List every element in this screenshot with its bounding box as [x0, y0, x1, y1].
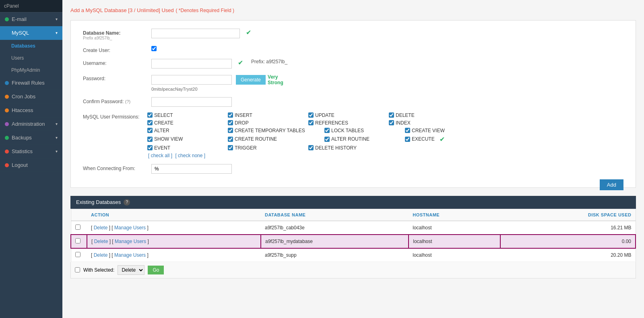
sidebar-item-label: E-mail: [12, 16, 27, 22]
perm-create-view-checkbox[interactable]: [405, 128, 410, 133]
chevron-down-icon: ▾: [56, 17, 58, 21]
perm-delete-checkbox[interactable]: [389, 112, 394, 118]
perm-row-3: ALTER CREATE TEMPORARY TABLES LOCK TABLE…: [147, 128, 623, 133]
sidebar-item-statistics[interactable]: Statistics ▾: [0, 145, 62, 158]
manage-link-0[interactable]: Manage Users: [114, 225, 146, 231]
sidebar-item-phpmyadmin[interactable]: PhpMyAdmin: [0, 64, 62, 76]
perm-alter-routine: ALTER ROUTINE: [324, 135, 405, 143]
row-hostname-2: localhost: [409, 248, 500, 262]
row-dbname-2: a9f257lb_supp: [261, 248, 409, 262]
row-hostname-0: localhost: [409, 221, 500, 235]
go-button[interactable]: Go: [148, 266, 164, 274]
check-all-link[interactable]: [ check all ]: [148, 153, 172, 158]
sidebar-item-administration[interactable]: Administration ▾: [0, 117, 62, 131]
sidebar-item-backups[interactable]: Backups ▾: [0, 131, 62, 145]
row-disk-2: 20.20 MB: [500, 248, 636, 262]
check-none-link[interactable]: [ check none ]: [175, 153, 205, 158]
section-title: Existing Databases: [76, 199, 121, 205]
perm-select-checkbox[interactable]: [147, 112, 153, 118]
perm-index-checkbox[interactable]: [389, 120, 394, 125]
perm-update: UPDATE: [308, 112, 389, 118]
row-checkbox-2[interactable]: [75, 252, 80, 257]
create-user-label: Create User:: [83, 46, 147, 53]
row-actions-1: [ Delete ] [ Manage Users ]: [87, 235, 261, 248]
perm-create-routine: CREATE ROUTINE: [228, 135, 324, 143]
perm-create-routine-checkbox[interactable]: [228, 137, 233, 142]
perm-alter-checkbox[interactable]: [147, 128, 153, 133]
sidebar-item-firewall[interactable]: Firewall Rules: [0, 76, 62, 90]
row-checkbox-1[interactable]: [75, 238, 80, 243]
th-hostname: HOSTNAME: [409, 209, 500, 221]
perm-insert: INSERT: [228, 112, 308, 118]
sidebar-item-label: Backups: [12, 135, 32, 141]
perm-create-view: CREATE VIEW: [405, 128, 485, 133]
perm-event-checkbox[interactable]: [147, 145, 153, 150]
email-dot: [5, 17, 9, 21]
section-header: Existing Databases ?: [70, 196, 636, 209]
sidebar-item-users[interactable]: Users: [0, 52, 62, 64]
sidebar-item-htaccess[interactable]: Htaccess: [0, 104, 62, 117]
chevron-down-icon: ▾: [56, 135, 58, 140]
perm-trigger-checkbox[interactable]: [228, 145, 233, 150]
perm-insert-checkbox[interactable]: [228, 112, 233, 118]
perm-create-checkbox[interactable]: [147, 120, 153, 125]
perm-alter-routine-checkbox[interactable]: [324, 137, 330, 142]
sidebar-item-label: Firewall Rules: [12, 80, 45, 86]
select-all-checkbox[interactable]: [75, 267, 80, 272]
password-label: Password:: [83, 74, 147, 81]
main-content: Add a MySQL Database [3 / Unlimited] Use…: [62, 0, 644, 318]
perm-references: REFERENCES: [308, 120, 389, 126]
permissions-label: MySQL User Permissions:: [83, 112, 147, 120]
create-user-row: Create User:: [83, 46, 623, 53]
add-button[interactable]: Add: [600, 179, 623, 190]
create-user-checkbox[interactable]: [151, 46, 157, 51]
help-icon[interactable]: ?: [124, 199, 130, 206]
perm-alter: ALTER: [147, 128, 228, 133]
manage-link-1[interactable]: Manage Users: [115, 239, 146, 244]
row-checkbox-0[interactable]: [75, 224, 80, 230]
delete-link-2[interactable]: Delete: [94, 252, 108, 258]
connecting-from-input[interactable]: [151, 164, 232, 174]
username-input[interactable]: [151, 59, 232, 69]
row-dbname-1: a9f257lb_mydatabase: [261, 235, 409, 248]
sidebar-item-label: MySQL: [12, 30, 29, 36]
sidebar-item-logout[interactable]: Logout: [0, 158, 62, 172]
bottom-actions: With Selected: Delete Go: [70, 262, 636, 279]
row-hostname-1: localhost: [409, 235, 500, 248]
with-selected-select[interactable]: Delete: [118, 265, 144, 275]
table-row: [ Delete ] [ Manage Users ] a9f257lb_myd…: [71, 235, 636, 248]
perm-create-temp-checkbox[interactable]: [228, 128, 233, 133]
perm-lock-tables-checkbox[interactable]: [324, 128, 330, 133]
sidebar-item-email[interactable]: E-mail ▾: [0, 12, 62, 26]
perm-execute-checkbox[interactable]: [405, 137, 410, 142]
sidebar-item-cron[interactable]: Cron Jobs: [0, 90, 62, 104]
perm-references-checkbox[interactable]: [308, 120, 314, 125]
row-disk-0: 16.21 MB: [500, 221, 636, 235]
perm-execute: EXECUTE ✔: [405, 135, 485, 143]
chevron-down-icon: ▾: [56, 31, 58, 35]
sidebar-item-databases[interactable]: Databases: [0, 40, 62, 52]
confirm-password-input[interactable]: [151, 97, 232, 107]
firewall-dot: [5, 81, 9, 85]
delete-link-0[interactable]: Delete: [94, 225, 108, 231]
perm-drop-checkbox[interactable]: [228, 120, 233, 125]
perm-update-checkbox[interactable]: [308, 112, 314, 118]
db-name-label: Database Name: Prefix a9f257lb_: [83, 29, 147, 40]
table-header: ACTION DATABASE NAME HOSTNAME DISK SPACE…: [71, 209, 636, 221]
delete-link-1[interactable]: Delete: [94, 239, 108, 244]
sidebar-item-label: Administration: [12, 121, 45, 127]
logout-dot: [5, 163, 9, 167]
connecting-from-row: When Connecting From:: [83, 164, 623, 174]
sidebar-item-label: Htaccess: [12, 107, 33, 113]
with-selected-label: With Selected:: [83, 267, 114, 273]
perm-show-view-checkbox[interactable]: [147, 137, 153, 142]
sidebar-item-mysql[interactable]: MySQL ▾: [0, 26, 62, 40]
row-dbname-0: a9f257lb_cab043e: [261, 221, 409, 235]
password-input[interactable]: [151, 75, 232, 85]
th-dbname: DATABASE NAME: [261, 209, 409, 221]
db-name-input[interactable]: [151, 29, 240, 38]
manage-link-2[interactable]: Manage Users: [114, 252, 146, 258]
perm-delete-history-checkbox[interactable]: [308, 145, 314, 150]
generate-button[interactable]: Generate: [236, 75, 266, 85]
perm-index: INDEX: [389, 120, 469, 126]
